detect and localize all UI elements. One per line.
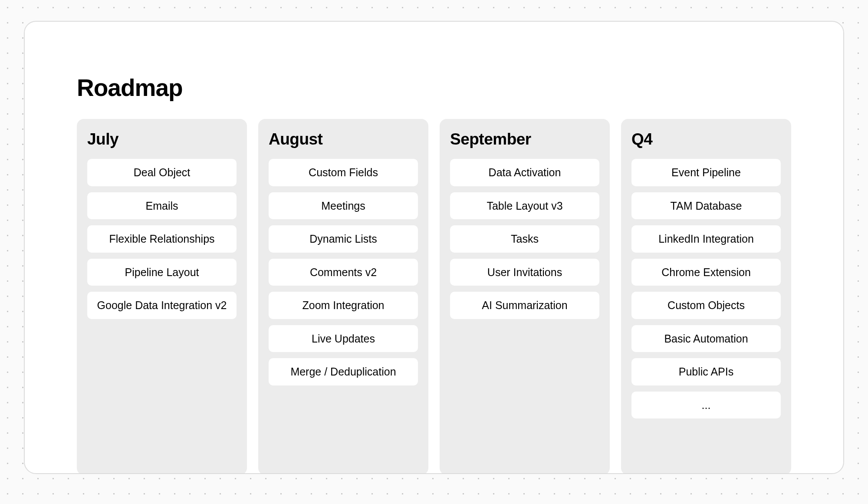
roadmap-card[interactable]: LinkedIn Integration bbox=[631, 225, 781, 253]
roadmap-card[interactable]: Google Data Integration v2 bbox=[87, 292, 237, 319]
column-august: August Custom Fields Meetings Dynamic Li… bbox=[258, 119, 428, 474]
roadmap-card[interactable]: AI Summarization bbox=[450, 292, 599, 319]
column-title: September bbox=[450, 130, 599, 148]
roadmap-card[interactable]: Custom Fields bbox=[269, 159, 418, 186]
roadmap-card[interactable]: Custom Objects bbox=[631, 292, 781, 319]
roadmap-card[interactable]: Flexible Relationships bbox=[87, 225, 237, 253]
column-title: August bbox=[269, 130, 418, 148]
columns-container: July Deal Object Emails Flexible Relatio… bbox=[77, 119, 791, 474]
roadmap-card[interactable]: Meetings bbox=[269, 192, 418, 220]
roadmap-card[interactable]: Table Layout v3 bbox=[450, 192, 599, 220]
roadmap-card[interactable]: Pipeline Layout bbox=[87, 259, 237, 286]
column-september: September Data Activation Table Layout v… bbox=[440, 119, 610, 474]
roadmap-card[interactable]: Chrome Extension bbox=[631, 259, 781, 286]
roadmap-card[interactable]: Merge / Deduplication bbox=[269, 358, 418, 385]
roadmap-content: Roadmap July Deal Object Emails Flexible… bbox=[25, 22, 843, 474]
cards-list: Custom Fields Meetings Dynamic Lists Com… bbox=[269, 159, 418, 385]
cards-list: Deal Object Emails Flexible Relationship… bbox=[87, 159, 237, 319]
roadmap-card[interactable]: Data Activation bbox=[450, 159, 599, 186]
roadmap-card[interactable]: Comments v2 bbox=[269, 259, 418, 286]
roadmap-card[interactable]: User Invitations bbox=[450, 259, 599, 286]
roadmap-card[interactable]: TAM Database bbox=[631, 192, 781, 220]
roadmap-card[interactable]: Basic Automation bbox=[631, 325, 781, 352]
roadmap-card-more[interactable]: ... bbox=[631, 392, 781, 419]
cards-list: Data Activation Table Layout v3 Tasks Us… bbox=[450, 159, 599, 319]
roadmap-card[interactable]: Public APIs bbox=[631, 358, 781, 385]
roadmap-card[interactable]: Event Pipeline bbox=[631, 159, 781, 186]
column-title: July bbox=[87, 130, 237, 148]
page-title: Roadmap bbox=[77, 74, 791, 102]
column-title: Q4 bbox=[631, 130, 781, 148]
roadmap-frame: Roadmap July Deal Object Emails Flexible… bbox=[24, 21, 844, 474]
cards-list: Event Pipeline TAM Database LinkedIn Int… bbox=[631, 159, 781, 418]
roadmap-card[interactable]: Dynamic Lists bbox=[269, 225, 418, 253]
roadmap-card[interactable]: Zoom Integration bbox=[269, 292, 418, 319]
roadmap-card[interactable]: Emails bbox=[87, 192, 237, 220]
roadmap-card[interactable]: Live Updates bbox=[269, 325, 418, 352]
column-july: July Deal Object Emails Flexible Relatio… bbox=[77, 119, 247, 474]
column-q4: Q4 Event Pipeline TAM Database LinkedIn … bbox=[621, 119, 791, 474]
roadmap-card[interactable]: Tasks bbox=[450, 225, 599, 253]
roadmap-card[interactable]: Deal Object bbox=[87, 159, 237, 186]
